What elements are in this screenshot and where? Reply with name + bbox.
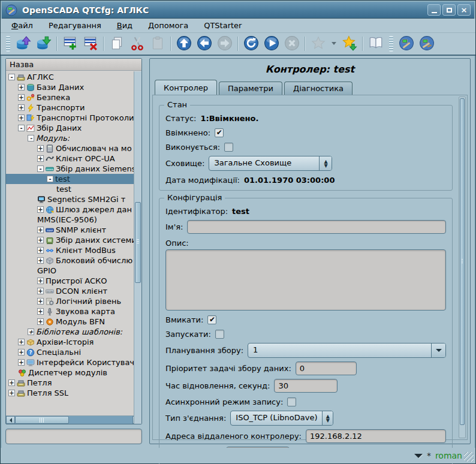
- expand-icon[interactable]: +: [18, 359, 25, 366]
- expand-icon[interactable]: +: [18, 115, 25, 121]
- expand-icon[interactable]: +: [18, 349, 25, 355]
- tree-item[interactable]: +?Спеціальні: [6, 347, 134, 357]
- tree-item[interactable]: +Безпека: [6, 92, 134, 103]
- expand-icon[interactable]: +: [37, 288, 44, 294]
- menu-qtstarter[interactable]: QTStarter: [197, 19, 249, 32]
- expand-icon[interactable]: +: [37, 247, 44, 254]
- running-checkbox[interactable]: [224, 143, 233, 152]
- menu-help[interactable]: Допомога: [141, 19, 195, 32]
- expand-icon[interactable]: +: [37, 257, 44, 264]
- resize-grip[interactable]: [464, 452, 474, 462]
- expand-icon[interactable]: +: [37, 318, 44, 325]
- tree-item[interactable]: MMS(IEC-9506): [6, 215, 134, 225]
- expand-icon[interactable]: +: [8, 390, 15, 396]
- tree-item[interactable]: +Блоковий обчислю: [6, 255, 134, 266]
- tab-parameters[interactable]: Параметри: [219, 82, 282, 95]
- tree-vertical-scrollbar[interactable]: [134, 71, 141, 424]
- tree-view[interactable]: -АГЛКС+Бази Даних+Безпека+Транспорти+Тра…: [6, 71, 141, 415]
- tree-item[interactable]: +DCONDCON клієнт: [6, 286, 134, 296]
- tree-item[interactable]: Segnetics SMH2Gi т: [6, 194, 134, 204]
- tree-item[interactable]: +SNMPSNMP клієнт: [6, 225, 134, 235]
- delete-item-button[interactable]: [80, 34, 101, 53]
- async-write-checkbox[interactable]: [287, 397, 296, 406]
- expand-icon[interactable]: +: [18, 94, 25, 101]
- tree-item[interactable]: +Шлюз джерел дан: [6, 204, 134, 215]
- name-input[interactable]: [187, 220, 446, 234]
- description-textarea[interactable]: [165, 249, 446, 311]
- tree-item[interactable]: +Збір даних системи: [6, 235, 134, 245]
- close-button[interactable]: ×: [457, 4, 471, 16]
- back-button[interactable]: [194, 34, 215, 53]
- load-from-db-button[interactable]: [13, 34, 34, 53]
- connection-type-select[interactable]: ISO_TCP (LibnoDave) ▲▼: [230, 411, 333, 426]
- expand-icon[interactable]: +: [37, 278, 44, 284]
- add-item-button[interactable]: [60, 34, 80, 53]
- up-level-button[interactable]: [174, 34, 194, 53]
- current-user[interactable]: roman: [435, 451, 462, 460]
- expand-icon[interactable]: +: [37, 145, 44, 152]
- status-expand-icon[interactable]: [414, 454, 423, 462]
- tree-item[interactable]: -Модуль:: [6, 133, 134, 143]
- tree-item[interactable]: +Архіви-Історія: [6, 337, 134, 347]
- save-to-db-button[interactable]: [34, 34, 54, 53]
- chevron-down-icon[interactable]: [431, 344, 445, 357]
- enabled-checkbox[interactable]: ✔: [215, 128, 224, 137]
- qtstarter-vision-button[interactable]: [417, 34, 437, 53]
- toolbar-handle[interactable]: [389, 36, 393, 52]
- cut-item-button[interactable]: [127, 34, 147, 53]
- collapse-icon[interactable]: -: [47, 176, 53, 182]
- tree-item[interactable]: +Клієнт OPC-UA: [6, 153, 134, 164]
- tree-item[interactable]: +Петля: [6, 378, 134, 388]
- tree-item[interactable]: -SIEMENSЗбір даних Siemens: [6, 164, 134, 174]
- add-favorite-button[interactable]: [339, 34, 360, 53]
- expand-icon[interactable]: +: [37, 298, 44, 305]
- reload-item-button[interactable]: [241, 34, 261, 53]
- scroll-left-icon[interactable]: [6, 416, 15, 424]
- expand-icon[interactable]: +: [28, 329, 34, 335]
- tab-diagnostics[interactable]: Діагностика: [284, 82, 353, 95]
- tree-item[interactable]: +Бібліотека шаблонів:: [6, 327, 134, 337]
- expand-icon[interactable]: +: [37, 308, 44, 315]
- content-vertical-scrollbar[interactable]: [459, 97, 466, 438]
- start-button[interactable]: [261, 34, 282, 53]
- tree-item[interactable]: +Звукова карта: [6, 306, 134, 317]
- tree-item[interactable]: +Модуль BFN: [6, 317, 134, 327]
- menu-edit[interactable]: Редагування: [41, 19, 109, 32]
- tree-item[interactable]: +Клієнт ModBus: [6, 245, 134, 255]
- tree-item[interactable]: +Логічний рівень: [6, 296, 134, 306]
- tree-item[interactable]: -АГЛКС: [6, 72, 134, 82]
- spin-arrows-icon[interactable]: ▲▼: [322, 411, 333, 425]
- scrollbar-slider[interactable]: [15, 416, 69, 424]
- expand-icon[interactable]: +: [18, 104, 25, 111]
- expand-icon[interactable]: +: [37, 155, 44, 162]
- favorites-menu-button[interactable]: [329, 34, 339, 53]
- expand-icon[interactable]: +: [18, 339, 25, 345]
- expand-icon[interactable]: +: [37, 237, 44, 243]
- menu-file[interactable]: Файл: [4, 19, 40, 32]
- tree-item[interactable]: -test: [6, 174, 134, 184]
- tree-item[interactable]: +Бази Даних: [6, 82, 134, 92]
- tree-item[interactable]: +Транспорти: [6, 103, 134, 113]
- schedule-combobox[interactable]: 1: [248, 343, 446, 358]
- qtstarter-qtcfg-button[interactable]: [396, 34, 417, 53]
- restore-time-input[interactable]: [274, 379, 338, 393]
- expand-icon[interactable]: +: [18, 84, 25, 91]
- tree-item[interactable]: +Обчислювач на мо: [6, 143, 134, 153]
- collapse-icon[interactable]: -: [37, 165, 44, 172]
- tree-filter-field[interactable]: [5, 429, 142, 444]
- tree-item[interactable]: Диспетчер модулів: [6, 367, 134, 378]
- maximize-button[interactable]: [442, 4, 456, 16]
- tree-horizontal-scrollbar[interactable]: [6, 415, 141, 424]
- to-start-checkbox[interactable]: [215, 330, 224, 339]
- tree-item[interactable]: +Пристрої АСКО: [6, 276, 134, 286]
- tree-item[interactable]: +Інтерфейси Користувача: [6, 357, 134, 367]
- expand-icon[interactable]: +: [37, 206, 44, 213]
- toolbar-handle[interactable]: [6, 36, 10, 52]
- collapse-icon[interactable]: -: [8, 74, 15, 80]
- collapse-icon[interactable]: -: [28, 135, 34, 141]
- storage-select[interactable]: Загальне Сховище ▲▼: [209, 156, 332, 171]
- expand-icon[interactable]: +: [37, 227, 44, 233]
- priority-input[interactable]: [296, 361, 357, 375]
- remote-addr-input[interactable]: [306, 429, 446, 443]
- tree-item[interactable]: test: [6, 184, 134, 194]
